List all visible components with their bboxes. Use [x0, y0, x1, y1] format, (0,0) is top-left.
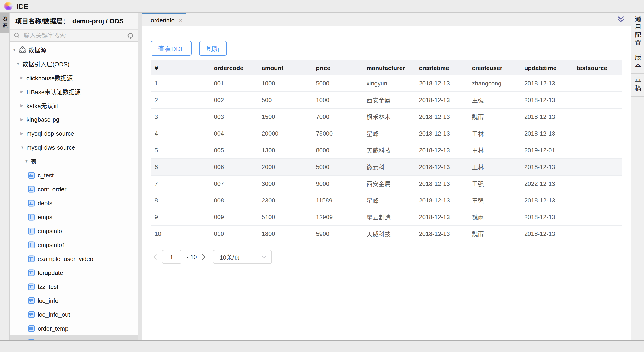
table-row[interactable]: 9 009 5100 12909 星云制造 2018-12-13 魏雨 2018…: [151, 209, 622, 225]
tree-item[interactable]: cont_order: [10, 182, 138, 196]
cell-ordercode: 010: [210, 225, 258, 242]
tree-item-label: loc_info_out: [38, 311, 70, 318]
cell-amount: 1300: [258, 142, 312, 159]
table-content-panel: 查看DDL 刷新 #: [142, 27, 630, 340]
cell-index: 5: [151, 142, 210, 159]
table-row[interactable]: 6 006 2000 5000 微云科 2018-12-13 王林 2018-1…: [151, 159, 622, 175]
table-row[interactable]: 10 010 1800 5900 天威科技 2018-12-13 魏雨 2018…: [151, 225, 622, 242]
tree-item[interactable]: 表: [10, 154, 138, 168]
tree-item[interactable]: forupdate: [10, 266, 138, 279]
tree-item[interactable]: clickhouse数据源: [10, 71, 138, 85]
cell-createuser: zhangcong: [468, 75, 520, 92]
tree-expander-icon[interactable]: [20, 131, 26, 135]
tree-item[interactable]: loc_info_out: [10, 307, 138, 321]
next-page-icon[interactable]: [202, 254, 206, 260]
cell-updatetime: 2018-12-13: [520, 159, 573, 175]
prev-page-icon[interactable]: [153, 254, 157, 260]
cell-price: 5900: [312, 225, 363, 242]
sidebar-header: 项目名称/数据层： demo-proj / ODS: [10, 13, 138, 30]
cell-createtime: 2018-12-13: [415, 125, 468, 142]
tree-item[interactable]: 数据源: [10, 43, 138, 57]
table-row[interactable]: 3 003 1500 7000 枫禾林木 2018-12-13 魏雨 2018-…: [151, 108, 622, 125]
cell-amount: 5100: [258, 209, 312, 225]
tree-item[interactable]: mysql-dws-source: [10, 140, 138, 154]
pagination: 1 - 10 10条/页: [151, 250, 630, 264]
tree-expander-icon[interactable]: [20, 145, 26, 149]
cell-updatetime: 2018-12-13: [520, 192, 573, 209]
table-icon: [28, 241, 35, 248]
cell-testsource: [573, 175, 622, 192]
tree-item-label: empsinfo: [38, 227, 62, 234]
table-row[interactable]: 1 001 1000 5000 xingyun 2018-12-13 zhang…: [151, 75, 622, 92]
table-row[interactable]: 2 002 500 1000 西安金属 2018-12-13 王强 2018-1…: [151, 92, 622, 108]
refresh-button[interactable]: 刷新: [199, 41, 227, 56]
tree-item-label: forupdate: [38, 269, 63, 276]
chevron-down-icon: [262, 255, 267, 258]
search-icon: [14, 33, 20, 39]
tree-item[interactable]: kingbase-pg: [10, 112, 138, 126]
collapse-panel-icon[interactable]: [617, 16, 624, 23]
table-row[interactable]: 4 004 20000 75000 星峰 2018-12-13 王林 2018-…: [151, 125, 622, 142]
tree-item[interactable]: kafka无认证: [10, 99, 138, 112]
tree-item[interactable]: fzz_test: [10, 279, 138, 293]
project-layer-label: 项目名称/数据层：: [15, 16, 69, 26]
table-row[interactable]: 8 008 2300 11589 星峰 2018-12-13 王强 2018-1…: [151, 192, 622, 209]
page-size-select[interactable]: 10条/页: [213, 250, 272, 264]
tab-orderinfo[interactable]: orderinfo ×: [142, 13, 186, 26]
tree-item[interactable]: order_temp: [10, 321, 138, 335]
tree-item-label: order_temp: [38, 325, 68, 332]
tree-item[interactable]: depts: [10, 196, 138, 210]
tree-node-icon: [28, 227, 35, 234]
tree-expander-icon[interactable]: [20, 103, 26, 108]
tree-expander-icon[interactable]: [20, 89, 26, 94]
tree-expander-icon[interactable]: [12, 48, 18, 52]
bottom-status-strip: [0, 340, 644, 352]
right-rail-tab-label: 通用配置: [633, 16, 642, 47]
left-rail-tab-label: 资源: [1, 16, 8, 30]
cell-price: 8000: [312, 142, 363, 159]
tree-expander-icon[interactable]: [16, 62, 22, 66]
right-rail-tab-label: 版本: [633, 54, 642, 70]
right-rail-tab[interactable]: 版本: [631, 51, 644, 74]
cell-manufacturer: 天威科技: [363, 142, 415, 159]
tree-expander-icon[interactable]: [24, 159, 30, 163]
tree-item-label: 表: [30, 157, 37, 166]
page-number-input[interactable]: 1: [162, 250, 182, 264]
cell-createtime: 2018-12-13: [415, 225, 468, 242]
tab-close-icon[interactable]: ×: [179, 17, 182, 23]
tree-item-label: 数据引入层(ODS): [22, 59, 70, 68]
tree-item[interactable]: empsinfo: [10, 224, 138, 238]
tree-item[interactable]: c_test: [10, 168, 138, 182]
view-ddl-button[interactable]: 查看DDL: [151, 41, 192, 56]
tree-item[interactable]: mysql-dsp-source: [10, 126, 138, 140]
right-rail-tab[interactable]: 通用配置: [631, 13, 644, 51]
cell-createtime: 2018-12-13: [415, 159, 468, 175]
tree-item-label: c_test: [38, 172, 54, 179]
left-rail-tab-resources[interactable]: 资源: [0, 14, 9, 33]
cell-manufacturer: 天威科技: [363, 225, 415, 242]
cell-price: 1000: [312, 92, 363, 108]
tree-item[interactable]: 数据引入层(ODS): [10, 57, 138, 71]
tree-expander-icon[interactable]: [20, 117, 26, 121]
cell-amount: 1500: [258, 108, 312, 125]
locate-icon[interactable]: [127, 32, 134, 39]
table-row[interactable]: 7 007 3000 9000 西安金属 2018-12-13 王强 2022-…: [151, 175, 622, 192]
tree-item[interactable]: emps: [10, 210, 138, 224]
tree-item-label: empsinfo1: [38, 241, 66, 248]
tree-item[interactable]: empsinfo1: [10, 238, 138, 252]
cell-price: 9000: [312, 175, 363, 192]
right-rail-tab[interactable]: 草稿: [631, 74, 644, 97]
table-row[interactable]: 5 005 1300 8000 天威科技 2018-12-13 王林 2019-…: [151, 142, 622, 159]
tree-item[interactable]: loc_info: [10, 293, 138, 307]
cell-testsource: [573, 209, 622, 225]
tree-item[interactable]: example_user_video: [10, 252, 138, 266]
cell-testsource: [573, 142, 622, 159]
tree-item[interactable]: [10, 335, 138, 340]
tree-item[interactable]: HBase带认证数据源: [10, 85, 138, 99]
search-input[interactable]: [23, 32, 124, 40]
cell-manufacturer: 西安金属: [363, 92, 415, 108]
right-rail: 通用配置 版本 草稿: [630, 13, 644, 340]
tree-expander-icon[interactable]: [20, 76, 26, 80]
tree-node-icon: [28, 297, 35, 304]
cell-createuser: 王强: [468, 192, 520, 209]
